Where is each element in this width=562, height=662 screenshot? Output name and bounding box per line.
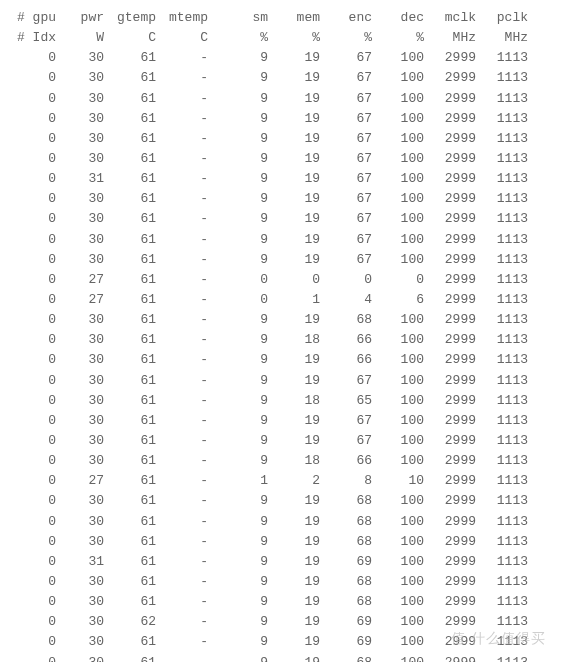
data-cell-5: 19 [268,169,320,189]
data-cell-5: 1 [268,290,320,310]
data-row: 03161-9196910029991113 [12,552,550,572]
header-cell-1: pwr [56,8,104,28]
data-cell-0: 0 [12,512,56,532]
data-cell-2: 61 [104,270,156,290]
data-cell-5: 18 [268,330,320,350]
data-cell-1: 30 [56,491,104,511]
data-cell-3: - [156,68,208,88]
data-cell-7: 100 [372,230,424,250]
data-cell-9: 1113 [476,451,528,471]
data-cell-9: 1113 [476,270,528,290]
data-cell-6: 68 [320,532,372,552]
data-row: 03061-9196710029991113 [12,250,550,270]
data-cell-7: 100 [372,532,424,552]
data-cell-8: 2999 [424,411,476,431]
data-row: 02761-000029991113 [12,270,550,290]
data-cell-2: 61 [104,48,156,68]
data-cell-0: 0 [12,129,56,149]
data-cell-4: 9 [208,532,268,552]
data-cell-3: - [156,431,208,451]
data-cell-8: 2999 [424,471,476,491]
data-row: 03061-9196810029991113 [12,592,550,612]
data-cell-2: 61 [104,391,156,411]
data-cell-8: 2999 [424,230,476,250]
data-cell-1: 31 [56,552,104,572]
data-cell-2: 61 [104,330,156,350]
data-row: 03061-9196710029991113 [12,209,550,229]
header-cell-7: % [372,28,424,48]
data-cell-3: - [156,290,208,310]
data-cell-2: 61 [104,512,156,532]
data-cell-9: 1113 [476,653,528,663]
data-cell-7: 100 [372,391,424,411]
data-cell-3: - [156,592,208,612]
data-cell-0: 0 [12,552,56,572]
data-cell-0: 0 [12,653,56,663]
header-cell-9: MHz [476,28,528,48]
data-cell-5: 19 [268,89,320,109]
data-cell-3: - [156,451,208,471]
data-cell-6: 66 [320,350,372,370]
data-cell-5: 19 [268,431,320,451]
data-cell-6: 67 [320,109,372,129]
data-cell-4: 9 [208,68,268,88]
header-cell-0: # gpu [12,8,56,28]
data-cell-0: 0 [12,109,56,129]
data-cell-3: - [156,371,208,391]
data-cell-7: 6 [372,290,424,310]
header-cell-2: gtemp [104,8,156,28]
data-cell-9: 1113 [476,250,528,270]
header-cell-7: dec [372,8,424,28]
data-cell-3: - [156,612,208,632]
data-cell-7: 100 [372,612,424,632]
data-cell-4: 1 [208,471,268,491]
data-cell-9: 1113 [476,491,528,511]
data-cell-7: 100 [372,491,424,511]
data-cell-4: 9 [208,209,268,229]
data-cell-0: 0 [12,572,56,592]
data-cell-6: 67 [320,209,372,229]
header-cell-5: mem [268,8,320,28]
data-cell-1: 30 [56,129,104,149]
data-cell-2: 61 [104,632,156,652]
data-cell-0: 0 [12,270,56,290]
data-cell-2: 61 [104,431,156,451]
data-row: 03161-9196710029991113 [12,169,550,189]
data-cell-7: 100 [372,189,424,209]
data-cell-0: 0 [12,612,56,632]
header-cell-6: enc [320,8,372,28]
data-cell-2: 61 [104,451,156,471]
data-cell-2: 61 [104,552,156,572]
data-cell-4: 9 [208,653,268,663]
data-cell-7: 100 [372,149,424,169]
data-cell-7: 100 [372,371,424,391]
data-cell-3: - [156,189,208,209]
data-cell-4: 9 [208,129,268,149]
data-cell-1: 30 [56,109,104,129]
data-cell-2: 61 [104,129,156,149]
data-cell-4: 9 [208,48,268,68]
data-cell-8: 2999 [424,653,476,663]
data-cell-9: 1113 [476,48,528,68]
data-cell-6: 67 [320,149,372,169]
data-cell-2: 61 [104,471,156,491]
data-cell-7: 100 [372,552,424,572]
data-cell-9: 1113 [476,592,528,612]
data-cell-8: 2999 [424,270,476,290]
header-cell-4: % [208,28,268,48]
data-cell-4: 9 [208,149,268,169]
data-cell-9: 1113 [476,411,528,431]
header-cell-5: % [268,28,320,48]
header-cell-8: mclk [424,8,476,28]
data-cell-1: 30 [56,230,104,250]
data-cell-1: 30 [56,350,104,370]
data-cell-1: 30 [56,391,104,411]
data-cell-5: 19 [268,189,320,209]
header-row-2: # IdxWCC%%%%MHzMHz [12,28,550,48]
data-cell-4: 9 [208,189,268,209]
data-cell-4: 9 [208,512,268,532]
data-cell-7: 100 [372,350,424,370]
data-cell-3: - [156,48,208,68]
data-cell-3: - [156,512,208,532]
data-cell-1: 30 [56,250,104,270]
